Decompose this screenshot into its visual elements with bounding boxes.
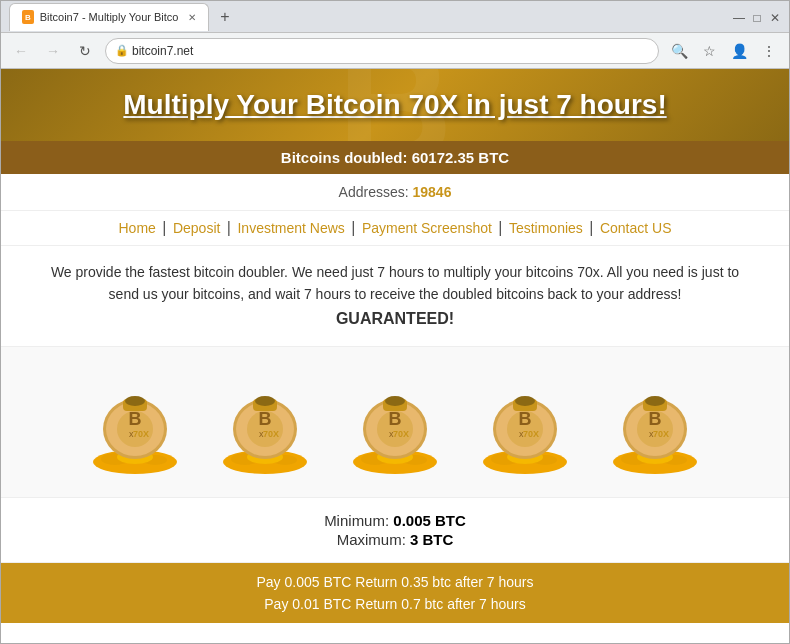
- search-icon[interactable]: 🔍: [667, 39, 691, 63]
- pay-table-section: Pay 0.005 BTC Return 0.35 btc after 7 ho…: [1, 563, 789, 623]
- toolbar-icons: 🔍 ☆ 👤 ⋮: [667, 39, 781, 63]
- svg-text:B: B: [129, 409, 142, 429]
- minimum-value: 0.005 BTC: [393, 512, 466, 529]
- minimum-label: Minimum:: [324, 512, 389, 529]
- description-section: We provide the fastest bitcoin doubler. …: [1, 246, 789, 347]
- back-button[interactable]: ←: [9, 39, 33, 63]
- bag-svg-2: B x 70X: [215, 367, 315, 477]
- minimize-button[interactable]: —: [733, 11, 745, 23]
- bag-svg-1: B x 70X: [85, 367, 185, 477]
- bag-svg-5: B x 70X: [605, 367, 705, 477]
- navigation-bar: Home | Deposit | Investment News | Payme…: [1, 211, 789, 246]
- lock-icon: 🔒: [115, 44, 129, 57]
- tab-close-button[interactable]: ✕: [188, 12, 196, 23]
- bag-4: B x 70X: [470, 367, 580, 477]
- svg-text:B: B: [259, 409, 272, 429]
- svg-text:70X: 70X: [653, 429, 669, 439]
- maximum-label: Maximum:: [337, 531, 406, 548]
- nav-deposit[interactable]: Deposit: [173, 220, 220, 236]
- new-tab-button[interactable]: +: [213, 5, 237, 29]
- svg-point-55: [645, 396, 665, 406]
- nav-contact-us[interactable]: Contact US: [600, 220, 672, 236]
- nav-investment-news[interactable]: Investment News: [237, 220, 344, 236]
- maximum-row: Maximum: 3 BTC: [21, 531, 769, 548]
- nav-home[interactable]: Home: [119, 220, 156, 236]
- svg-point-43: [515, 396, 535, 406]
- svg-text:B: B: [649, 409, 662, 429]
- browser-window: B Bitcoin7 - Multiply Your Bitcoin 7... …: [0, 0, 790, 644]
- page-content: Multiply Your Bitcoin 70X in just 7 hour…: [1, 69, 789, 643]
- maximize-button[interactable]: □: [751, 11, 763, 23]
- account-icon[interactable]: 👤: [727, 39, 751, 63]
- btc-counter-bar: Bitcoins doubled: 60172.35 BTC: [1, 141, 789, 174]
- description-text: We provide the fastest bitcoin doubler. …: [41, 261, 749, 306]
- svg-point-31: [385, 396, 405, 406]
- addresses-text: Addresses: 19846: [21, 184, 769, 200]
- counter-value: 60172.35 BTC: [412, 149, 510, 166]
- addresses-label: Addresses:: [339, 184, 409, 200]
- minimums-section: Minimum: 0.005 BTC Maximum: 3 BTC: [1, 498, 789, 563]
- svg-text:70X: 70X: [523, 429, 539, 439]
- tab-title: Bitcoin7 - Multiply Your Bitcoin 7...: [40, 11, 178, 23]
- svg-text:70X: 70X: [133, 429, 149, 439]
- bag-3: B x 70X: [340, 367, 450, 477]
- bag-5: B x 70X: [600, 367, 710, 477]
- pay-row-2: Pay 0.01 BTC Return 0.7 btc after 7 hour…: [21, 593, 769, 615]
- bag-2: B x 70X: [210, 367, 320, 477]
- svg-text:70X: 70X: [263, 429, 279, 439]
- addresses-value: 19846: [413, 184, 452, 200]
- counter-label: Bitcoins doubled:: [281, 149, 408, 166]
- svg-text:B: B: [389, 409, 402, 429]
- tab-strip: B Bitcoin7 - Multiply Your Bitcoin 7... …: [9, 3, 729, 31]
- nav-testimonies[interactable]: Testimonies: [509, 220, 583, 236]
- minimum-row: Minimum: 0.005 BTC: [21, 512, 769, 529]
- active-tab[interactable]: B Bitcoin7 - Multiply Your Bitcoin 7... …: [9, 3, 209, 31]
- bag-svg-3: B x 70X: [345, 367, 445, 477]
- svg-text:70X: 70X: [393, 429, 409, 439]
- bookmark-icon[interactable]: ☆: [697, 39, 721, 63]
- bags-section: B x 70X B x 70X: [1, 347, 789, 498]
- url-input[interactable]: [105, 38, 659, 64]
- maximum-value: 3 BTC: [410, 531, 453, 548]
- refresh-button[interactable]: ↻: [73, 39, 97, 63]
- pay-row-1: Pay 0.005 BTC Return 0.35 btc after 7 ho…: [21, 571, 769, 593]
- nav-payment-screenshot[interactable]: Payment Screenshot: [362, 220, 492, 236]
- hero-section: Multiply Your Bitcoin 70X in just 7 hour…: [1, 69, 789, 141]
- bag-svg-4: B x 70X: [475, 367, 575, 477]
- close-window-button[interactable]: ✕: [769, 11, 781, 23]
- url-bar-container: 🔒: [105, 38, 659, 64]
- bag-1: B x 70X: [80, 367, 190, 477]
- svg-point-7: [125, 396, 145, 406]
- window-controls: — □ ✕: [733, 11, 781, 23]
- svg-point-19: [255, 396, 275, 406]
- guaranteed-text: GUARANTEED!: [41, 306, 749, 332]
- svg-text:B: B: [519, 409, 532, 429]
- stats-section: Addresses: 19846: [1, 174, 789, 211]
- forward-button[interactable]: →: [41, 39, 65, 63]
- address-bar: ← → ↻ 🔒 🔍 ☆ 👤 ⋮: [1, 33, 789, 69]
- tab-favicon: B: [22, 10, 34, 24]
- hero-title: Multiply Your Bitcoin 70X in just 7 hour…: [21, 89, 769, 121]
- title-bar: B Bitcoin7 - Multiply Your Bitcoin 7... …: [1, 1, 789, 33]
- menu-icon[interactable]: ⋮: [757, 39, 781, 63]
